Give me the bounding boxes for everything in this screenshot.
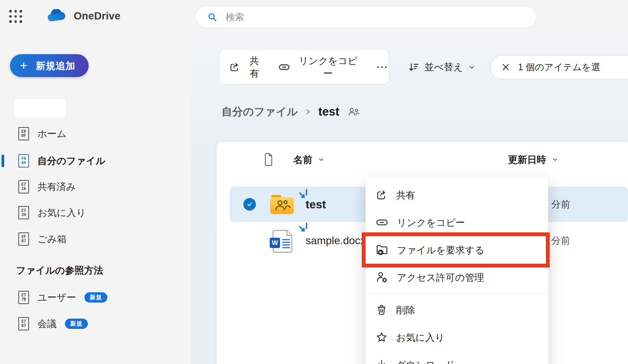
word-document-icon: W xyxy=(270,230,295,253)
onedrive-window: OneDrive + 新規追加 E80F ホーム F0A9 自分のファイル E7… xyxy=(0,0,628,364)
menu-item-label: 共有 xyxy=(396,189,415,201)
sidebar-item-home[interactable]: E80F ホーム xyxy=(11,121,172,147)
copy-link-button[interactable]: リンクをコピー xyxy=(278,55,361,80)
menu-item-label: リンクをコピー xyxy=(397,216,465,229)
context-menu: 共有 リンクをコピー ファイルを要求する xyxy=(366,177,548,364)
search-bar[interactable] xyxy=(196,6,536,28)
link-icon xyxy=(376,216,388,229)
menu-item-share[interactable]: 共有 xyxy=(366,181,548,209)
file-name[interactable]: sample.docx xyxy=(306,223,366,258)
breadcrumb-my-files[interactable]: 自分のファイル xyxy=(222,105,298,119)
onedrive-brand[interactable]: OneDrive xyxy=(47,9,120,23)
sidebar-item-label: ユーザー xyxy=(37,291,76,304)
breadcrumb-current-folder[interactable]: test xyxy=(318,105,339,119)
sidebar-item-label: ホーム xyxy=(37,127,66,140)
sidebar-item-label: 会議 xyxy=(37,317,57,330)
share-icon xyxy=(229,61,240,73)
file-modified-time: 分前 xyxy=(551,223,570,258)
star-icon xyxy=(376,331,388,343)
people-icon: E77B xyxy=(18,291,29,304)
search-icon xyxy=(207,12,217,22)
menu-item-label: お気に入り xyxy=(396,331,445,344)
sidebar-item-label: ごみ箱 xyxy=(37,233,66,245)
sidebar-item-people[interactable]: E77B ユーザー 新規 xyxy=(11,284,172,310)
sidebar-item-shared[interactable]: E716 共有済み xyxy=(11,174,172,200)
selection-status-label: 1 個のアイテムを選 xyxy=(518,61,600,73)
sidebar-item-meetings[interactable]: E787 会議 新規 xyxy=(11,311,172,337)
add-new-button[interactable]: + 新規追加 xyxy=(10,54,89,77)
sort-label: 並べ替え xyxy=(424,61,463,73)
share-icon xyxy=(376,189,388,201)
document-outline-icon xyxy=(263,153,274,166)
shared-folder-icon xyxy=(270,195,294,214)
copy-link-label: リンクをコピー xyxy=(295,55,361,80)
my-files-icon: F0A9 xyxy=(18,154,29,168)
plus-icon: + xyxy=(20,59,28,72)
add-new-label: 新規追加 xyxy=(36,60,76,72)
sidebar-item-favorites[interactable]: E734 お気に入り xyxy=(11,200,172,225)
chevron-down-icon xyxy=(318,156,325,163)
menu-divider xyxy=(366,293,548,294)
ellipsis-icon xyxy=(376,61,388,73)
search-input[interactable] xyxy=(226,12,529,23)
link-icon xyxy=(278,61,290,73)
favorites-icon: E734 xyxy=(18,206,29,219)
sidebar-item-recycle-bin[interactable]: EF87 ごみ箱 xyxy=(11,226,172,252)
chevron-right-icon xyxy=(304,108,311,115)
sort-icon xyxy=(408,61,419,73)
recycle-bin-icon: EF87 xyxy=(18,232,29,246)
sidebar-item-label: お気に入り xyxy=(37,206,86,219)
menu-item-favorite[interactable]: お気に入り xyxy=(366,324,548,351)
redacted-user-area xyxy=(15,99,66,117)
word-logo-letter: W xyxy=(270,238,280,248)
sidebar-item-my-files[interactable]: F0A9 自分のファイル xyxy=(11,148,172,174)
share-button[interactable]: 共有 xyxy=(229,55,264,80)
menu-item-label: ダウンロード xyxy=(396,359,455,364)
menu-item-label: ファイルを要求する xyxy=(397,244,484,256)
shared-people-icon xyxy=(348,106,360,117)
meetings-icon: E787 xyxy=(18,317,29,330)
column-header-modified[interactable]: 更新日時 xyxy=(508,142,558,177)
row-selected-checkbox[interactable] xyxy=(243,198,256,211)
chevron-down-icon xyxy=(552,156,558,163)
menu-item-download[interactable]: ダウンロード xyxy=(366,351,548,364)
modified-column-label: 更新日時 xyxy=(508,153,546,166)
home-icon: E80F xyxy=(18,127,29,140)
more-options-button[interactable] xyxy=(376,61,388,73)
share-label: 共有 xyxy=(245,55,264,80)
selected-item-accent-bar xyxy=(2,155,4,167)
file-modified-time: 分前 xyxy=(551,187,570,222)
sort-button[interactable]: 並べ替え xyxy=(408,50,476,84)
menu-item-request-files[interactable]: ファイルを要求する xyxy=(366,236,548,264)
file-name[interactable]: test xyxy=(306,187,326,222)
download-icon xyxy=(376,359,388,364)
sidebar-item-label: 共有済み xyxy=(37,180,76,193)
new-badge: 新規 xyxy=(84,292,107,303)
breadcrumb: 自分のファイル test xyxy=(222,105,360,119)
trash-icon xyxy=(376,304,388,316)
menu-item-copy-link[interactable]: リンクをコピー xyxy=(366,209,548,236)
menu-item-delete[interactable]: 削除 xyxy=(366,296,548,324)
menu-item-manage-access[interactable]: アクセス許可の管理 xyxy=(366,264,548,291)
app-launcher-icon[interactable] xyxy=(9,10,22,23)
file-request-folder-icon xyxy=(376,243,388,256)
browse-files-heading: ファイルの参照方法 xyxy=(16,264,103,277)
menu-item-label: アクセス許可の管理 xyxy=(397,271,484,284)
person-gear-icon xyxy=(376,271,388,284)
command-bar: 共有 リンクをコピー xyxy=(220,50,388,84)
menu-item-label: 削除 xyxy=(396,304,415,316)
chevron-down-icon xyxy=(468,63,476,71)
new-badge: 新規 xyxy=(65,319,88,329)
selection-status-pill[interactable]: 1 個のアイテムを選 xyxy=(490,55,628,79)
close-icon[interactable] xyxy=(501,63,510,72)
sidebar-item-label: 自分のファイル xyxy=(37,155,105,167)
column-header-name[interactable]: 名前 xyxy=(263,142,325,177)
onedrive-cloud-icon xyxy=(47,9,68,23)
app-title: OneDrive xyxy=(74,10,120,22)
name-column-label: 名前 xyxy=(293,153,312,166)
shared-icon: E716 xyxy=(18,180,29,193)
